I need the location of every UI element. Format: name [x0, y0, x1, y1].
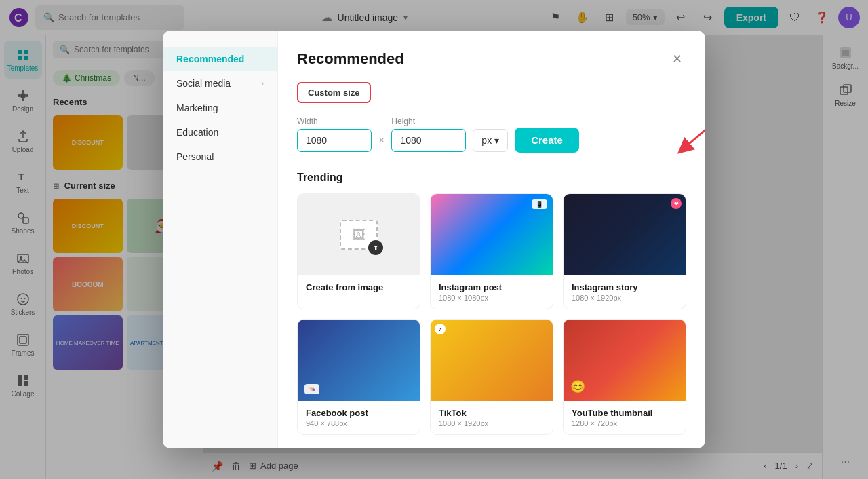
- modal-nav-marketing-label: Marketing: [176, 102, 218, 113]
- dimensions-row: Width × Height px ▾ Create: [297, 115, 686, 153]
- trending-title: Trending: [297, 172, 686, 184]
- trending-card-create-from-image[interactable]: 🖼 ⬆ Create from image: [297, 193, 420, 309]
- youtube-thumbnail-info: YouTube thumbnail 1280 × 720px: [564, 401, 686, 434]
- modal-nav-marketing[interactable]: Marketing: [163, 96, 277, 120]
- trending-card-tiktok[interactable]: ♪ TikTok 1080 × 1920px: [430, 319, 553, 435]
- tiktok-name: TikTok: [439, 408, 545, 418]
- modal-nav-personal[interactable]: Personal: [163, 145, 277, 169]
- trending-card-youtube-thumbnail[interactable]: 😊 YouTube thumbnail 1280 × 720px: [563, 319, 686, 435]
- unit-chevron-icon: ▾: [494, 135, 499, 146]
- facebook-post-info: Facebook post 940 × 788px: [298, 401, 420, 434]
- instagram-post-visual: 📱: [431, 194, 553, 275]
- modal-nav-social-media-label: Social media: [176, 78, 231, 89]
- modal-header: Recommended ✕: [297, 50, 686, 69]
- modal-overlay: Recommended Social media › Marketing Edu…: [0, 0, 868, 479]
- create-from-image-info: Create from image: [298, 275, 420, 301]
- tiktok-dim: 1080 × 1920px: [439, 419, 545, 427]
- modal-title: Recommended: [297, 50, 404, 68]
- instagram-post-info: Instagram post 1080 × 1080px: [431, 275, 553, 309]
- modal-nav-recommended[interactable]: Recommended: [163, 47, 277, 71]
- instagram-story-visual: ❤: [564, 194, 686, 275]
- instagram-story-dim: 1080 × 1920px: [572, 294, 677, 302]
- dimension-separator: ×: [378, 134, 384, 147]
- instagram-post-dim: 1080 × 1080px: [439, 294, 545, 302]
- width-label: Width: [297, 117, 372, 126]
- modal-nav-education-label: Education: [176, 127, 218, 138]
- upload-badge: ⬆: [368, 240, 383, 255]
- modal-nav-personal-label: Personal: [176, 151, 214, 162]
- modal-nav-education[interactable]: Education: [163, 120, 277, 145]
- height-input[interactable]: [391, 129, 466, 152]
- instagram-post-thumb: 📱: [431, 194, 553, 275]
- close-icon: ✕: [672, 52, 682, 66]
- modal: Recommended Social media › Marketing Edu…: [163, 31, 705, 448]
- width-input[interactable]: [297, 129, 372, 152]
- facebook-post-visual: 👒: [298, 320, 420, 401]
- tiktok-info: TikTok 1080 × 1920px: [431, 401, 553, 434]
- facebook-post-name: Facebook post: [306, 408, 412, 418]
- red-arrow-indicator: [677, 125, 705, 159]
- youtube-thumbnail-name: YouTube thumbnail: [572, 408, 677, 418]
- facebook-post-dim: 940 × 788px: [306, 419, 412, 427]
- create-button[interactable]: Create: [515, 128, 579, 153]
- modal-nav-recommended-label: Recommended: [176, 54, 244, 64]
- height-label: Height: [391, 117, 466, 126]
- custom-size-label: Custom size: [308, 88, 360, 98]
- tiktok-thumb: ♪: [431, 320, 553, 401]
- width-group: Width: [297, 117, 372, 152]
- custom-size-button[interactable]: Custom size: [297, 82, 371, 103]
- instagram-story-thumb: ❤: [564, 194, 686, 275]
- social-media-chevron-icon: ›: [261, 79, 264, 88]
- instagram-story-info: Instagram story 1080 × 1920px: [564, 275, 686, 309]
- tiktok-visual: ♪: [431, 320, 553, 401]
- create-from-image-visual: 🖼 ⬆: [340, 220, 378, 250]
- svg-line-28: [684, 128, 705, 149]
- modal-nav-social-media[interactable]: Social media ›: [163, 71, 277, 96]
- trending-card-instagram-post[interactable]: 📱 Instagram post 1080 × 1080px: [430, 193, 553, 309]
- height-group: Height: [391, 117, 466, 152]
- trending-grid: 🖼 ⬆ Create from image 📱: [297, 193, 686, 435]
- youtube-thumbnail-thumb: 😊: [564, 320, 686, 401]
- modal-content: Recommended ✕ Custom size Width × Height: [278, 31, 705, 448]
- unit-label: px: [481, 135, 492, 146]
- youtube-visual: 😊: [564, 320, 686, 401]
- modal-nav: Recommended Social media › Marketing Edu…: [163, 31, 278, 448]
- instagram-post-name: Instagram post: [439, 282, 545, 292]
- create-from-image-name: Create from image: [306, 282, 412, 292]
- modal-close-button[interactable]: ✕: [667, 50, 686, 69]
- create-from-image-thumb: 🖼 ⬆: [298, 194, 420, 275]
- trending-card-instagram-story[interactable]: ❤ Instagram story 1080 × 1920px: [563, 193, 686, 309]
- image-placeholder-icon: 🖼 ⬆: [340, 220, 378, 250]
- youtube-thumbnail-dim: 1280 × 720px: [572, 419, 677, 427]
- unit-selector[interactable]: px ▾: [473, 129, 508, 152]
- instagram-story-name: Instagram story: [572, 282, 677, 292]
- facebook-post-thumb: 👒: [298, 320, 420, 401]
- trending-card-facebook-post[interactable]: 👒 Facebook post 940 × 788px: [297, 319, 420, 435]
